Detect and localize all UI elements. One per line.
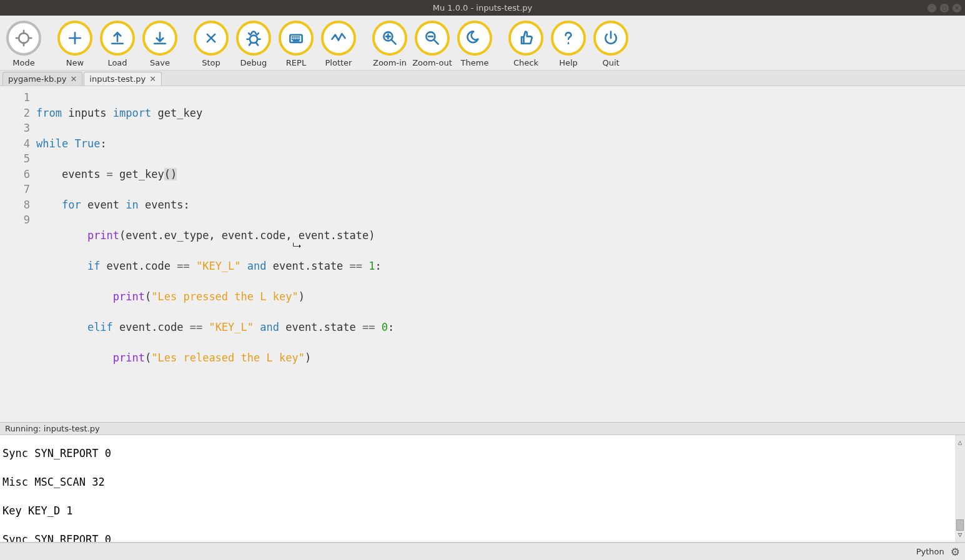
line-number: 2 [0,106,30,121]
tab-inputs-test[interactable]: inputs-test.py ✕ [84,72,162,86]
status-language: Python [916,547,944,556]
code-line: print(event.ev_type, event.code, event.s… [36,228,965,243]
zoom-out-button[interactable]: Zoom-out [411,19,453,70]
svg-point-0 [19,33,29,43]
window-title: Mu 1.0.0 - inputs-test.py [433,3,533,12]
zoom-in-label: Zoom-in [373,58,407,67]
plotter-icon [321,21,356,56]
code-line: while True: [36,136,965,152]
scroll-up-icon[interactable]: △ [958,435,963,449]
code-area[interactable]: from inputs import get_key while True: e… [36,86,965,422]
line-number: 4 [0,136,30,152]
close-icon[interactable]: ✕ [149,74,156,84]
mode-label: Mode [12,58,34,67]
thumbs-up-icon [508,21,543,56]
check-label: Check [513,58,538,67]
help-icon [551,21,586,56]
code-line: print("Les released the L key") [36,350,965,366]
line-number: 6 [0,167,30,182]
runner-label: Running: inputs-test.py [5,424,100,433]
tab-label: pygame-kb.py [8,74,66,84]
window-controls: – ◻ ✕ [928,4,961,12]
help-button[interactable]: Help [547,19,590,70]
scrollbar[interactable]: △ ▽ [955,435,965,542]
line-number: 5 [0,151,30,167]
save-button[interactable]: Save [139,19,181,70]
close-icon[interactable]: ✕ [70,74,77,84]
output-line: Misc MSC_SCAN 32 [2,475,963,489]
gear-icon[interactable]: ⚙ [951,546,960,558]
zoom-in-button[interactable]: Zoom-in [369,19,411,70]
quit-button[interactable]: Quit [590,19,632,70]
load-button[interactable]: Load [96,19,139,70]
stop-button[interactable]: Stop [190,19,232,70]
help-label: Help [559,58,578,67]
minimize-icon[interactable]: – [928,4,936,12]
zoom-out-icon [415,21,450,56]
mouse-cursor-icon: ⮡ [292,239,301,255]
tab-pygame-kb[interactable]: pygame-kb.py ✕ [2,72,82,86]
power-icon [593,21,628,56]
tab-label: inputs-test.py [89,74,146,84]
quit-label: Quit [602,58,619,67]
code-line: print("Les pressed the L key") [36,289,965,305]
code-line: if event.code == "KEY_L" and event.state… [36,258,965,274]
bug-icon [236,21,271,56]
line-number: 9 [0,212,30,228]
output-line: Key KEY_D 1 [2,504,963,518]
line-number: 7 [0,182,30,197]
new-label: New [66,58,84,67]
maximize-icon[interactable]: ◻ [940,4,949,12]
tab-bar: pygame-kb.py ✕ inputs-test.py ✕ [0,71,965,86]
zoom-out-label: Zoom-out [412,58,452,67]
upload-icon [100,21,135,56]
code-editor[interactable]: 1 2 3 4 5 6 7 8 9 from inputs import get… [0,86,965,422]
status-bar: Python ⚙ [0,543,965,560]
output-lines: Sync SYN_REPORT 0 Misc MSC_SCAN 32 Key K… [2,435,963,543]
code-line: from inputs import get_key [36,106,965,121]
download-icon [142,21,177,56]
output-line: Sync SYN_REPORT 0 [2,533,963,543]
keyboard-icon [279,21,314,56]
zoom-in-icon [372,21,407,56]
titlebar: Mu 1.0.0 - inputs-test.py – ◻ ✕ [0,0,965,16]
plotter-label: Plotter [325,58,352,67]
svg-point-1 [250,36,257,43]
debug-button[interactable]: Debug [232,19,275,70]
line-number: 8 [0,197,30,213]
repl-button[interactable]: REPL [275,19,317,70]
code-line: elif event.code == "KEY_L" and event.sta… [36,320,965,335]
mode-icon [6,21,41,56]
line-number: 3 [0,120,30,136]
repl-label: REPL [286,58,306,67]
line-number: 1 [0,90,30,106]
scroll-thumb[interactable] [956,519,964,531]
theme-label: Theme [461,58,489,67]
close-window-icon[interactable]: ✕ [953,4,961,12]
output-panel[interactable]: Sync SYN_REPORT 0 Misc MSC_SCAN 32 Key K… [0,435,965,543]
stop-label: Stop [202,58,220,67]
save-label: Save [150,58,170,67]
theme-button[interactable]: Theme [453,19,496,70]
code-line: events = get_key() [36,167,965,182]
check-button[interactable]: Check [505,19,547,70]
debug-label: Debug [240,58,267,67]
output-line: Sync SYN_REPORT 0 [2,446,963,461]
plus-icon [57,21,92,56]
stop-icon [194,21,229,56]
plotter-button[interactable]: Plotter [317,19,360,70]
runner-bar: Running: inputs-test.py [0,422,965,435]
code-line: for event in events: [36,197,965,213]
new-button[interactable]: New [54,19,96,70]
load-label: Load [107,58,127,67]
moon-icon [457,21,492,56]
mode-button[interactable]: Mode [2,19,45,70]
line-gutter: 1 2 3 4 5 6 7 8 9 [0,86,36,422]
toolbar: Mode New Load Save Stop [0,16,965,71]
